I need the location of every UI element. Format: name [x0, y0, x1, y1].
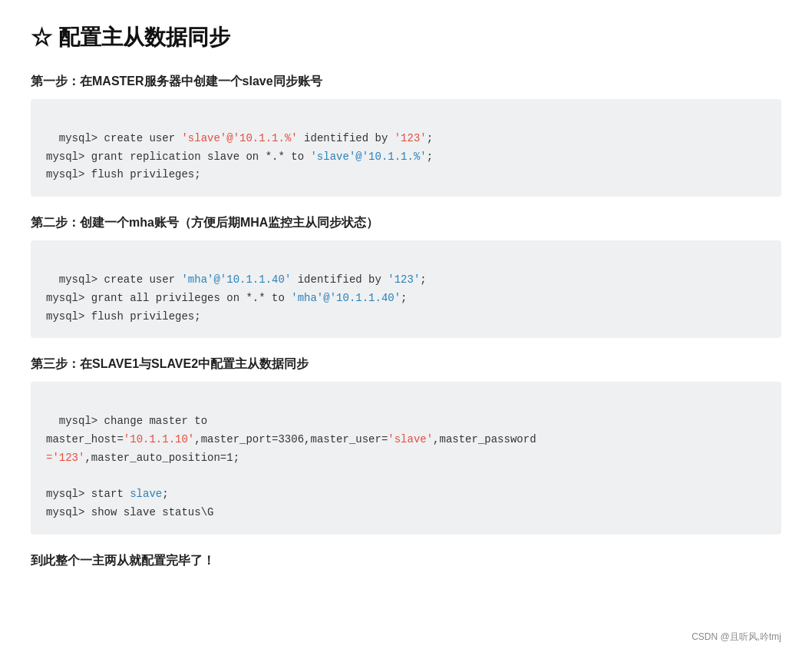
- step3-heading: 第三步：在SLAVE1与SLAVE2中配置主从数据同步: [31, 356, 781, 373]
- step1-heading: 第一步：在MASTER服务器中创建一个slave同步账号: [31, 74, 781, 90]
- step2-line1: mysql> create user 'mha'@'10.1.1.40' ide…: [59, 273, 427, 286]
- step3-line2: master_host='10.1.1.10',master_port=3306…: [46, 433, 536, 445]
- step3-line1: mysql> change master to: [59, 415, 207, 427]
- step1-code-block: mysql> create user 'slave'@'10.1.1.%' id…: [31, 99, 781, 197]
- footer-credit: CSDN @且听风,吟tmj: [692, 631, 781, 644]
- step2-heading: 第二步：创建一个mha账号（方便后期MHA监控主从同步状态）: [31, 215, 781, 231]
- step2-code-block: mysql> create user 'mha'@'10.1.1.40' ide…: [31, 240, 781, 338]
- step3-line6: mysql> show slave status\G: [46, 506, 213, 518]
- conclusion: 到此整个一主两从就配置完毕了！: [31, 553, 781, 569]
- step1-line3: mysql> flush privileges;: [46, 168, 201, 180]
- step1-line1: mysql> create user 'slave'@'10.1.1.%' id…: [59, 132, 433, 144]
- step3-line4: [46, 470, 52, 482]
- step3-code-block: mysql> change master to master_host='10.…: [31, 382, 781, 535]
- page-title: ☆ 配置主从数据同步: [31, 23, 781, 52]
- step2-line3: mysql> flush privileges;: [46, 310, 201, 323]
- step3-line3: ='123',master_auto_position=1;: [46, 452, 239, 464]
- step2-line2: mysql> grant all privileges on *.* to 'm…: [46, 292, 408, 304]
- step1-line2: mysql> grant replication slave on *.* to…: [46, 151, 433, 163]
- step3-line5: mysql> start slave;: [46, 488, 169, 500]
